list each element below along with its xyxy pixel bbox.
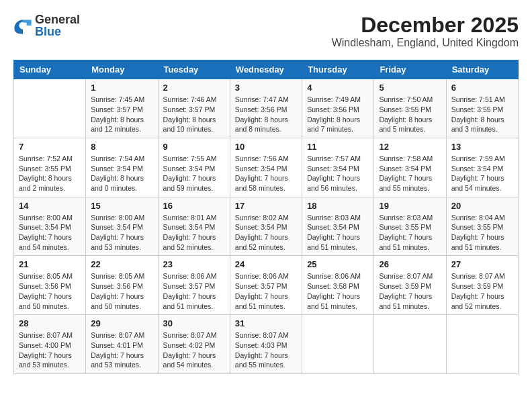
calendar-cell: 16Sunrise: 8:01 AM Sunset: 3:54 PM Dayli… [158, 197, 230, 256]
day-info: Sunrise: 7:59 AM Sunset: 3:54 PM Dayligh… [451, 154, 513, 193]
day-info: Sunrise: 8:03 AM Sunset: 3:54 PM Dayligh… [307, 213, 369, 253]
location-title: Windlesham, England, United Kingdom [332, 37, 519, 49]
day-info: Sunrise: 8:06 AM Sunset: 3:57 PM Dayligh… [163, 271, 225, 311]
day-number: 5 [379, 83, 441, 93]
day-number: 16 [163, 201, 225, 211]
weekday-header-row: SundayMondayTuesdayWednesdayThursdayFrid… [14, 60, 519, 79]
day-info: Sunrise: 7:54 AM Sunset: 3:54 PM Dayligh… [91, 154, 152, 193]
week-row-5: 28Sunrise: 8:07 AM Sunset: 4:00 PM Dayli… [14, 315, 519, 374]
day-number: 23 [163, 259, 225, 269]
calendar-cell: 18Sunrise: 8:03 AM Sunset: 3:54 PM Dayli… [302, 197, 374, 256]
day-number: 12 [379, 142, 441, 152]
day-info: Sunrise: 7:55 AM Sunset: 3:54 PM Dayligh… [163, 154, 225, 193]
calendar-cell [446, 315, 518, 374]
calendar-cell: 25Sunrise: 8:06 AM Sunset: 3:58 PM Dayli… [302, 256, 374, 315]
logo-text-general: General [35, 13, 80, 26]
calendar-cell: 17Sunrise: 8:02 AM Sunset: 3:54 PM Dayli… [230, 197, 302, 256]
page-header: General Blue December 2025 Windlesham, E… [13, 13, 519, 49]
day-number: 25 [307, 259, 369, 269]
calendar-cell: 5Sunrise: 7:50 AM Sunset: 3:55 PM Daylig… [374, 79, 446, 138]
calendar-cell: 24Sunrise: 8:06 AM Sunset: 3:57 PM Dayli… [230, 256, 302, 315]
weekday-header-sunday: Sunday [14, 60, 86, 79]
day-number: 2 [163, 83, 225, 93]
day-info: Sunrise: 8:05 AM Sunset: 3:56 PM Dayligh… [91, 271, 152, 311]
weekday-header-thursday: Thursday [302, 60, 374, 79]
day-number: 22 [91, 259, 152, 269]
calendar-cell: 14Sunrise: 8:00 AM Sunset: 3:54 PM Dayli… [14, 197, 86, 256]
week-row-4: 21Sunrise: 8:05 AM Sunset: 3:56 PM Dayli… [14, 256, 519, 315]
day-number: 29 [91, 318, 152, 328]
calendar-cell: 23Sunrise: 8:06 AM Sunset: 3:57 PM Dayli… [158, 256, 230, 315]
day-info: Sunrise: 8:07 AM Sunset: 4:01 PM Dayligh… [91, 330, 152, 370]
day-info: Sunrise: 8:01 AM Sunset: 3:54 PM Dayligh… [163, 213, 225, 253]
calendar-cell: 2Sunrise: 7:46 AM Sunset: 3:57 PM Daylig… [158, 79, 230, 138]
day-number: 30 [163, 318, 225, 328]
day-number: 8 [91, 142, 152, 152]
day-info: Sunrise: 7:57 AM Sunset: 3:54 PM Dayligh… [307, 154, 369, 193]
day-number: 17 [235, 201, 297, 211]
weekday-header-saturday: Saturday [446, 60, 518, 79]
day-number: 21 [19, 259, 81, 269]
logo: General Blue [13, 13, 80, 38]
calendar-cell: 22Sunrise: 8:05 AM Sunset: 3:56 PM Dayli… [86, 256, 158, 315]
calendar-cell: 7Sunrise: 7:52 AM Sunset: 3:55 PM Daylig… [14, 138, 86, 197]
day-number: 10 [235, 142, 297, 152]
calendar-cell: 28Sunrise: 8:07 AM Sunset: 4:00 PM Dayli… [14, 315, 86, 374]
calendar-cell: 12Sunrise: 7:58 AM Sunset: 3:54 PM Dayli… [374, 138, 446, 197]
day-info: Sunrise: 8:03 AM Sunset: 3:55 PM Dayligh… [379, 213, 441, 253]
day-number: 9 [163, 142, 225, 152]
week-row-3: 14Sunrise: 8:00 AM Sunset: 3:54 PM Dayli… [14, 197, 519, 256]
calendar-table: SundayMondayTuesdayWednesdayThursdayFrid… [13, 60, 519, 374]
calendar-cell: 4Sunrise: 7:49 AM Sunset: 3:56 PM Daylig… [302, 79, 374, 138]
day-info: Sunrise: 7:49 AM Sunset: 3:56 PM Dayligh… [307, 95, 369, 134]
calendar-cell: 27Sunrise: 8:07 AM Sunset: 3:59 PM Dayli… [446, 256, 518, 315]
day-number: 20 [451, 201, 513, 211]
day-number: 11 [307, 142, 369, 152]
weekday-header-monday: Monday [86, 60, 158, 79]
day-info: Sunrise: 8:07 AM Sunset: 3:59 PM Dayligh… [379, 271, 441, 311]
day-info: Sunrise: 8:05 AM Sunset: 3:56 PM Dayligh… [19, 271, 81, 311]
calendar-cell: 11Sunrise: 7:57 AM Sunset: 3:54 PM Dayli… [302, 138, 374, 197]
day-number: 13 [451, 142, 513, 152]
month-title: December 2025 [332, 13, 519, 37]
day-info: Sunrise: 8:00 AM Sunset: 3:54 PM Dayligh… [91, 213, 152, 253]
day-number: 24 [235, 259, 297, 269]
day-number: 27 [451, 259, 513, 269]
day-number: 31 [235, 318, 297, 328]
day-info: Sunrise: 7:50 AM Sunset: 3:55 PM Dayligh… [379, 95, 441, 134]
day-info: Sunrise: 7:45 AM Sunset: 3:57 PM Dayligh… [91, 95, 152, 134]
day-info: Sunrise: 8:00 AM Sunset: 3:54 PM Dayligh… [19, 213, 81, 253]
calendar-cell [14, 79, 86, 138]
calendar-cell [374, 315, 446, 374]
day-number: 28 [19, 318, 81, 328]
day-info: Sunrise: 8:06 AM Sunset: 3:57 PM Dayligh… [235, 271, 297, 311]
day-info: Sunrise: 8:07 AM Sunset: 4:03 PM Dayligh… [235, 330, 297, 370]
title-block: December 2025 Windlesham, England, Unite… [332, 13, 519, 49]
weekday-header-tuesday: Tuesday [158, 60, 230, 79]
day-number: 19 [379, 201, 441, 211]
logo-text-blue: Blue [35, 26, 80, 38]
calendar-cell: 8Sunrise: 7:54 AM Sunset: 3:54 PM Daylig… [86, 138, 158, 197]
day-info: Sunrise: 8:07 AM Sunset: 3:59 PM Dayligh… [451, 271, 513, 311]
calendar-cell: 21Sunrise: 8:05 AM Sunset: 3:56 PM Dayli… [14, 256, 86, 315]
logo-icon [13, 16, 32, 35]
calendar-cell: 26Sunrise: 8:07 AM Sunset: 3:59 PM Dayli… [374, 256, 446, 315]
day-info: Sunrise: 8:06 AM Sunset: 3:58 PM Dayligh… [307, 271, 369, 311]
day-number: 18 [307, 201, 369, 211]
day-info: Sunrise: 7:52 AM Sunset: 3:55 PM Dayligh… [19, 154, 81, 193]
day-info: Sunrise: 8:02 AM Sunset: 3:54 PM Dayligh… [235, 213, 297, 253]
week-row-2: 7Sunrise: 7:52 AM Sunset: 3:55 PM Daylig… [14, 138, 519, 197]
calendar-cell: 1Sunrise: 7:45 AM Sunset: 3:57 PM Daylig… [86, 79, 158, 138]
calendar-cell: 10Sunrise: 7:56 AM Sunset: 3:54 PM Dayli… [230, 138, 302, 197]
day-number: 14 [19, 201, 81, 211]
day-number: 6 [451, 83, 513, 93]
weekday-header-wednesday: Wednesday [230, 60, 302, 79]
day-number: 1 [91, 83, 152, 93]
calendar-cell: 31Sunrise: 8:07 AM Sunset: 4:03 PM Dayli… [230, 315, 302, 374]
calendar-cell [302, 315, 374, 374]
day-number: 4 [307, 83, 369, 93]
week-row-1: 1Sunrise: 7:45 AM Sunset: 3:57 PM Daylig… [14, 79, 519, 138]
weekday-header-friday: Friday [374, 60, 446, 79]
day-info: Sunrise: 7:56 AM Sunset: 3:54 PM Dayligh… [235, 154, 297, 193]
calendar-cell: 15Sunrise: 8:00 AM Sunset: 3:54 PM Dayli… [86, 197, 158, 256]
